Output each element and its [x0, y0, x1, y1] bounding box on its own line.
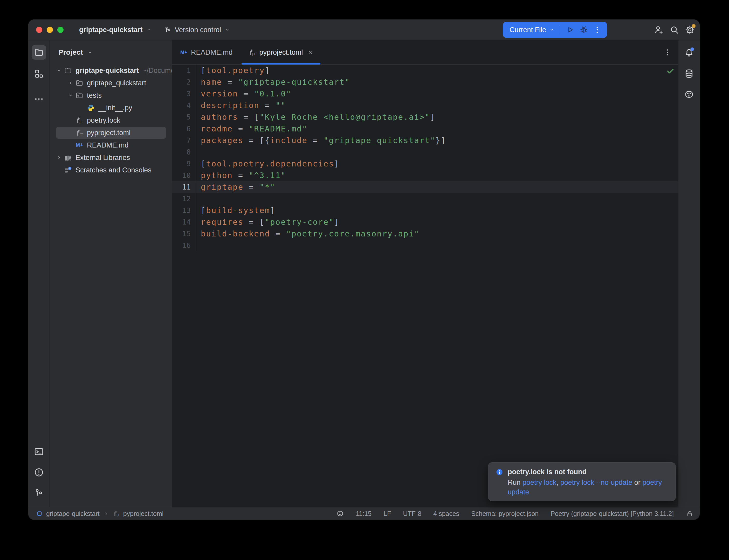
- notification-link[interactable]: poetry lock: [523, 479, 557, 486]
- breadcrumb-project[interactable]: griptape-quickstart: [46, 510, 100, 517]
- code-line-3[interactable]: 3version = "0.1.0": [172, 88, 678, 100]
- status-item-4[interactable]: Schema: pyproject.json: [471, 510, 539, 517]
- tool-window-button-project[interactable]: [32, 45, 46, 60]
- project-widget[interactable]: griptape-quickstart: [79, 26, 152, 34]
- code-line-6[interactable]: 6readme = "README.md": [172, 123, 678, 135]
- tab-options-button[interactable]: [663, 48, 672, 57]
- status-item-0[interactable]: 11:15: [356, 510, 372, 517]
- code-line-8[interactable]: 8: [172, 146, 678, 158]
- tool-window-button-terminal[interactable]: [32, 444, 46, 459]
- code-text: griptape = "*": [197, 181, 275, 193]
- zoom-window-button[interactable]: [57, 27, 64, 33]
- tree-item--init-py[interactable]: __init__.py: [50, 102, 172, 114]
- vcs-label: Version control: [175, 26, 221, 34]
- tab-label: pyproject.toml: [259, 48, 303, 57]
- chevron-down-icon: [146, 27, 152, 33]
- status-item-3[interactable]: 4 spaces: [433, 510, 459, 517]
- notification-body: Run poetry lock, poetry lock --no-update…: [508, 478, 666, 497]
- tool-window-button-git[interactable]: [32, 486, 46, 500]
- status-item-5[interactable]: Poetry (griptape-quickstart) [Python 3.1…: [551, 510, 674, 517]
- tree-item-label: pyproject.toml: [87, 129, 130, 137]
- line-number: 1: [172, 65, 197, 76]
- tool-window-button-bell[interactable]: [682, 46, 696, 60]
- code-line-15[interactable]: 15build-backend = "poetry.core.masonry.a…: [172, 228, 678, 240]
- tree-item-scratches-and-consoles[interactable]: Scratches and Consoles: [50, 164, 172, 176]
- code-with-me-button[interactable]: [651, 23, 667, 37]
- line-number: 12: [172, 193, 197, 205]
- code-line-10[interactable]: 10python = "^3.11": [172, 170, 678, 181]
- tree-item-readme-md[interactable]: MREADME.md: [50, 139, 172, 151]
- tree-item-tests[interactable]: tests: [50, 89, 172, 102]
- notification-link[interactable]: poetry lock --no-update: [560, 479, 633, 486]
- code-line-14[interactable]: 14requires = ["poetry-core"]: [172, 216, 678, 228]
- tree-item-griptape-quickstart[interactable]: griptape_quickstart: [50, 77, 172, 89]
- debug-button[interactable]: [579, 25, 588, 34]
- svg-text:[T]: [T]: [79, 120, 83, 124]
- inspections-ok-icon[interactable]: [666, 66, 675, 75]
- code-line-7[interactable]: 7packages = [{include = "griptape_quicks…: [172, 135, 678, 146]
- tab-pyproject-toml[interactable]: [T]pyproject.toml: [240, 40, 321, 64]
- chevron-down-icon[interactable]: [66, 92, 75, 99]
- tool-window-button-database[interactable]: [682, 66, 696, 81]
- project-panel-header[interactable]: Project: [50, 40, 172, 64]
- tree-item-external-libraries[interactable]: External Libraries: [50, 151, 172, 164]
- run-configuration-widget[interactable]: Current File: [503, 22, 607, 38]
- code-text: [197, 193, 201, 205]
- tree-item-label: README.md: [87, 141, 129, 149]
- line-number: 7: [172, 135, 197, 146]
- code-line-5[interactable]: 5authors = ["Kyle Roche <hello@griptape.…: [172, 111, 678, 123]
- git-icon: [34, 488, 44, 498]
- code-line-12[interactable]: 12: [172, 193, 678, 205]
- close-icon[interactable]: [307, 49, 314, 56]
- tree-item-griptape-quickstart[interactable]: griptape-quickstart~/Docume: [50, 64, 172, 77]
- code-line-9[interactable]: 9[tool.poetry.dependencies]: [172, 158, 678, 170]
- code-line-2[interactable]: 2name = "griptape-quickstart": [172, 76, 678, 88]
- code-line-1[interactable]: 1[tool.poetry]: [172, 65, 678, 76]
- code-line-13[interactable]: 13[build-system]: [172, 205, 678, 216]
- tree-item-pyproject-toml[interactable]: [T]pyproject.toml: [50, 127, 172, 139]
- notification-dot: [690, 47, 694, 51]
- breadcrumb-file[interactable]: pyproject.toml: [123, 510, 164, 517]
- settings-badge: [692, 24, 696, 28]
- title-bar: griptape-quickstart Version control Curr…: [28, 19, 700, 40]
- tree-item-label: griptape-quickstart: [75, 67, 139, 75]
- run-button[interactable]: [566, 25, 575, 34]
- code-text: python = "^3.11": [197, 170, 286, 181]
- code-editor[interactable]: 1[tool.poetry]2name = "griptape-quicksta…: [172, 65, 678, 507]
- minimize-window-button[interactable]: [47, 27, 53, 33]
- chevron-right-icon[interactable]: [55, 154, 63, 161]
- chevron-right-icon[interactable]: [66, 80, 75, 86]
- chevron-down-icon: [549, 27, 555, 33]
- tool-window-button-more[interactable]: [32, 92, 46, 106]
- close-window-button[interactable]: [36, 27, 42, 33]
- vcs-widget[interactable]: Version control: [164, 26, 231, 34]
- code-text: packages = [{include = "griptape_quickst…: [197, 135, 446, 146]
- svg-text:M: M: [180, 50, 184, 55]
- notification-popup: poetry.lock is not found Run poetry lock…: [488, 462, 676, 501]
- settings-button[interactable]: [682, 23, 698, 37]
- tree-item-label: tests: [87, 92, 102, 100]
- project-tool-window: Project griptape-quickstart~/Documegript…: [50, 40, 172, 507]
- status-item-1[interactable]: LF: [384, 510, 391, 517]
- copilot-icon: [684, 89, 694, 100]
- project-icon: [34, 47, 44, 58]
- tab-readme-md[interactable]: MREADME.md: [172, 40, 240, 64]
- chevron-down-icon: [87, 49, 93, 56]
- search-everywhere-button[interactable]: [667, 23, 682, 37]
- tool-window-button-structure[interactable]: [32, 66, 46, 81]
- code-line-16[interactable]: 16: [172, 240, 678, 251]
- chevron-down-icon[interactable]: [55, 67, 63, 74]
- tool-window-button-copilot[interactable]: [682, 87, 696, 102]
- code-line-11[interactable]: 11griptape = "*": [172, 181, 678, 193]
- code-line-4[interactable]: 4description = "": [172, 100, 678, 111]
- module-icon: [36, 510, 43, 517]
- status-item-2[interactable]: UTF-8: [403, 510, 421, 517]
- tool-window-button-problems[interactable]: [32, 465, 46, 480]
- lock-open-icon[interactable]: [686, 510, 693, 517]
- divider: [559, 25, 559, 34]
- chevron-down-icon: [224, 27, 230, 33]
- tree-item-poetry-lock[interactable]: [T]poetry.lock: [50, 114, 172, 127]
- line-number: 10: [172, 170, 197, 181]
- more-run-options-button[interactable]: [593, 25, 602, 34]
- copilot-status-icon[interactable]: [336, 510, 344, 517]
